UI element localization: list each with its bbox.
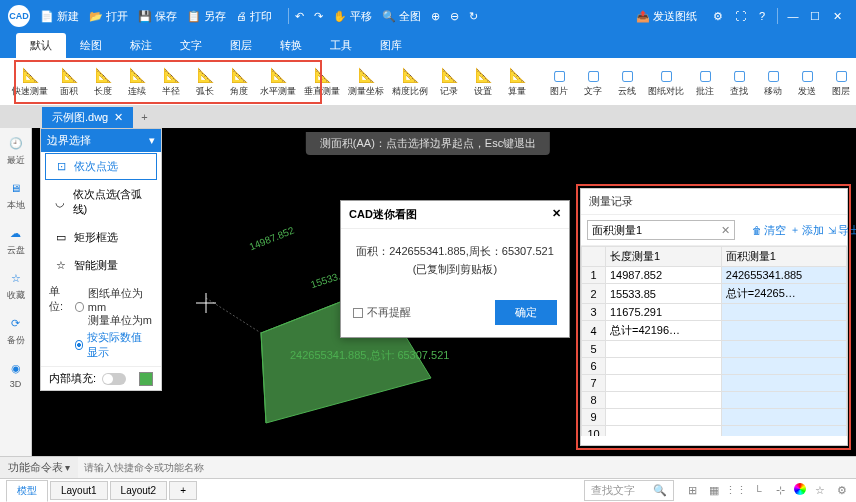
table-row[interactable]: 5 — [582, 341, 847, 358]
ribbon-移动[interactable]: ▢移动 — [756, 64, 790, 100]
maximize-icon[interactable]: ☐ — [804, 5, 826, 27]
ribbon-水平测量[interactable]: 📐水平测量 — [256, 64, 300, 100]
close-icon[interactable]: ✕ — [826, 5, 848, 27]
fill-toggle[interactable] — [102, 373, 126, 385]
ribbon-查找[interactable]: ▢查找 — [722, 64, 756, 100]
table-row[interactable]: 215533.85总计=24265… — [582, 284, 847, 304]
ribbon-角度[interactable]: 📐角度 — [222, 64, 256, 100]
table-row[interactable]: 6 — [582, 358, 847, 375]
polar-icon[interactable]: ⊹ — [772, 483, 788, 499]
ribbon-连续[interactable]: 📐连续 — [120, 64, 154, 100]
export-button[interactable]: ⇲ 导出 — [828, 223, 856, 238]
menu-text[interactable]: 文字 — [166, 33, 216, 58]
table-row[interactable]: 114987.852242655341.885 — [582, 267, 847, 284]
opt-rect[interactable]: ▭矩形框选 — [45, 224, 157, 251]
ok-button[interactable]: 确定 — [495, 300, 557, 325]
title-print[interactable]: 🖨打印 — [236, 9, 272, 24]
tab-layout2[interactable]: Layout2 — [110, 481, 168, 500]
table-row[interactable]: 10 — [582, 426, 847, 437]
clear-button[interactable]: 🗑 清空 — [752, 223, 786, 238]
title-zoomall[interactable]: 🔍全图 — [382, 9, 421, 24]
dont-remind-check[interactable]: 不再提醒 — [353, 305, 411, 320]
file-tab[interactable]: 示例图.dwg ✕ — [42, 107, 133, 128]
menu-draw[interactable]: 绘图 — [66, 33, 116, 58]
table-row[interactable]: 9 — [582, 409, 847, 426]
ribbon-图层[interactable]: ▢图层 — [824, 64, 856, 100]
table-row[interactable]: 311675.291 — [582, 304, 847, 321]
ribbon-弧长[interactable]: 📐弧长 — [188, 64, 222, 100]
dock-收藏[interactable]: ☆收藏 — [7, 269, 25, 302]
minimize-icon[interactable]: — — [782, 5, 804, 27]
ribbon-图纸对比[interactable]: ▢图纸对比 — [644, 64, 688, 100]
command-input[interactable] — [78, 459, 856, 476]
title-save[interactable]: 💾保存 — [138, 9, 177, 24]
menu-annotate[interactable]: 标注 — [116, 33, 166, 58]
ribbon-设置[interactable]: 📐设置 — [466, 64, 500, 100]
opt-point-select[interactable]: ⊡依次点选 — [45, 153, 157, 180]
canvas-area[interactable]: 🕘最近🖥本地☁云盘☆收藏⟳备份◉3D 测面积(AA)：点击选择边界起点，Esc键… — [0, 128, 856, 456]
unit-radio-mm[interactable]: 图纸单位为mm 测量单位为m — [75, 286, 153, 328]
title-settings-icon[interactable]: ⚙ — [707, 5, 729, 27]
add-button[interactable]: ＋ 添加 — [790, 223, 824, 238]
opt-point-arc[interactable]: ◡依次点选(含弧线) — [45, 181, 157, 223]
cmd-label[interactable]: 功能命令表 ▾ — [0, 457, 78, 478]
ribbon-算量[interactable]: 📐算量 — [500, 64, 534, 100]
dock-3D[interactable]: ◉3D — [7, 359, 25, 389]
title-zoomin[interactable]: ⊕ — [431, 10, 440, 23]
file-tab-add[interactable]: + — [133, 108, 155, 126]
menu-layer[interactable]: 图层 — [216, 33, 266, 58]
ribbon-批注[interactable]: ▢批注 — [688, 64, 722, 100]
title-help-icon[interactable]: ? — [751, 5, 773, 27]
title-pan[interactable]: ✋平移 — [333, 9, 372, 24]
dock-本地[interactable]: 🖥本地 — [7, 179, 25, 212]
ribbon-面积[interactable]: 📐面积 — [52, 64, 86, 100]
record-name-input[interactable] — [587, 220, 735, 240]
title-refresh[interactable]: ↻ — [469, 10, 478, 23]
tab-add[interactable]: + — [169, 481, 197, 500]
ribbon-文字[interactable]: ▢文字 — [576, 64, 610, 100]
title-redo[interactable]: ↷ — [314, 10, 323, 23]
menu-default[interactable]: 默认 — [16, 33, 66, 58]
title-open[interactable]: 📂打开 — [89, 9, 128, 24]
snap-icon[interactable]: ⊞ — [684, 483, 700, 499]
table-row[interactable]: 8 — [582, 392, 847, 409]
title-zoomout[interactable]: ⊖ — [450, 10, 459, 23]
grid2-icon[interactable]: ⋮⋮ — [728, 483, 744, 499]
opt-smart[interactable]: ☆智能测量 — [45, 252, 157, 279]
ortho-icon[interactable]: └ — [750, 483, 766, 499]
title-fullscreen-icon[interactable]: ⛶ — [729, 5, 751, 27]
clear-input-icon[interactable]: ✕ — [721, 224, 730, 237]
dock-云盘[interactable]: ☁云盘 — [7, 224, 25, 257]
ribbon-云线[interactable]: ▢云线 — [610, 64, 644, 100]
fill-color-swatch[interactable] — [139, 372, 153, 386]
title-new[interactable]: 📄新建 — [40, 9, 79, 24]
find-text-input[interactable]: 查找文字🔍 — [584, 480, 674, 501]
grid-icon[interactable]: ▦ — [706, 483, 722, 499]
settings2-icon[interactable]: ⚙ — [834, 483, 850, 499]
file-tab-close-icon[interactable]: ✕ — [114, 111, 123, 124]
title-saveas[interactable]: 📋另存 — [187, 9, 226, 24]
ribbon-测量坐标[interactable]: 📐测量坐标 — [344, 64, 388, 100]
ribbon-发送[interactable]: ▢发送 — [790, 64, 824, 100]
dock-备份[interactable]: ⟳备份 — [7, 314, 25, 347]
ribbon-快速测量[interactable]: 📐快速测量 — [8, 64, 52, 100]
ribbon-精度比例[interactable]: 📐精度比例 — [388, 64, 432, 100]
title-undo[interactable]: ↶ — [295, 10, 304, 23]
favorite-icon[interactable]: ☆ — [812, 483, 828, 499]
ribbon-图片[interactable]: ▢图片 — [542, 64, 576, 100]
dock-最近[interactable]: 🕘最近 — [7, 134, 25, 167]
ribbon-长度[interactable]: 📐长度 — [86, 64, 120, 100]
chevron-down-icon[interactable]: ▾ — [149, 134, 155, 147]
menu-convert[interactable]: 转换 — [266, 33, 316, 58]
table-row[interactable]: 7 — [582, 375, 847, 392]
color-icon[interactable] — [794, 483, 806, 495]
unit-radio-actual[interactable]: 按实际数值显示 — [75, 330, 153, 360]
ribbon-记录[interactable]: 📐记录 — [432, 64, 466, 100]
tab-layout1[interactable]: Layout1 — [50, 481, 108, 500]
ribbon-半径[interactable]: 📐半径 — [154, 64, 188, 100]
menu-tools[interactable]: 工具 — [316, 33, 366, 58]
dialog-close-icon[interactable]: ✕ — [552, 207, 561, 222]
table-row[interactable]: 4总计=42196… — [582, 321, 847, 341]
title-send[interactable]: 📤发送图纸 — [636, 9, 697, 24]
ribbon-垂直测量[interactable]: 📐垂直测量 — [300, 64, 344, 100]
